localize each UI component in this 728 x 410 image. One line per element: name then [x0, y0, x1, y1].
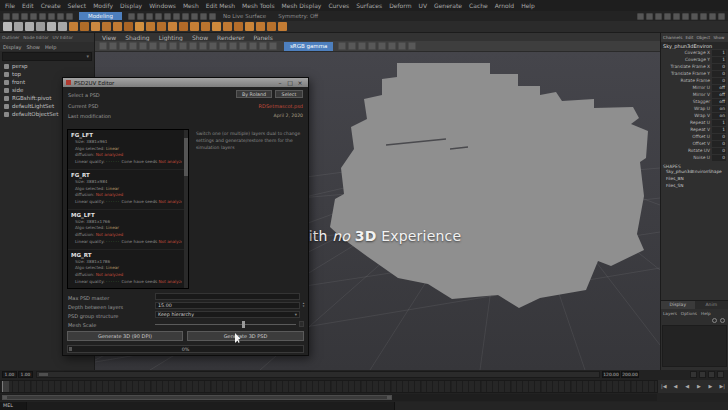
- channel-row-coverage-y[interactable]: Coverage Y1: [661, 56, 728, 63]
- depth-of-field-icon[interactable]: [398, 42, 406, 50]
- poly-prism-icon[interactable]: [168, 22, 177, 31]
- channel-value-field[interactable]: 0: [712, 148, 726, 154]
- menu-mesh-display[interactable]: Mesh Display: [282, 2, 322, 9]
- channel-box-menu-object[interactable]: Object: [696, 35, 710, 40]
- menu-cache[interactable]: Cache: [469, 2, 488, 9]
- poly-pyramid-icon[interactable]: [157, 22, 166, 31]
- current-frame-marker[interactable]: [2, 381, 9, 392]
- ipr-render-icon[interactable]: [173, 13, 180, 20]
- command-line-mode[interactable]: MEL: [0, 402, 26, 410]
- animation-preferences-icon[interactable]: [699, 371, 706, 378]
- channel-box-menu-channels[interactable]: Channels: [663, 35, 682, 40]
- outliner-item-persp[interactable]: persp: [0, 62, 94, 70]
- open-scene-icon[interactable]: [12, 13, 19, 20]
- range-slider-right-handle[interactable]: [387, 396, 391, 399]
- channel-row-coverage-x[interactable]: Coverage X1: [661, 49, 728, 56]
- undo-icon[interactable]: [30, 13, 37, 20]
- poly-cylinder-icon[interactable]: [91, 22, 100, 31]
- step-forward-button[interactable]: ▶: [705, 380, 717, 393]
- select-psd-button[interactable]: Select: [275, 90, 303, 98]
- anim-start-field[interactable]: 1.00: [18, 371, 33, 378]
- mute-icon[interactable]: [717, 371, 724, 378]
- spherical-harmonics-icon[interactable]: [234, 22, 243, 31]
- channel-row-offset-u[interactable]: Offset U0: [661, 133, 728, 140]
- resolution-gate-icon[interactable]: [199, 42, 207, 50]
- dialog-titlebar[interactable]: PSD2UV Editor –□×: [63, 78, 308, 87]
- psd-layer-item-mg-rt[interactable]: MG_RTSize: 3881x1786Algo selected: Linea…: [68, 250, 188, 289]
- render-settings-icon[interactable]: [182, 13, 189, 20]
- slider-handle[interactable]: [242, 321, 245, 328]
- safe-title-icon[interactable]: [239, 42, 247, 50]
- channel-row-noise-u[interactable]: Noise U0: [661, 154, 728, 161]
- outliner-menu-show[interactable]: Show: [26, 44, 40, 50]
- text-tool-icon[interactable]: [36, 22, 45, 31]
- channel-box-icon[interactable]: [655, 13, 662, 20]
- menu-select[interactable]: Select: [68, 2, 87, 9]
- layer-visibility-icon[interactable]: [712, 318, 717, 323]
- menu-uv[interactable]: UV: [419, 2, 428, 9]
- mirror-icon[interactable]: [278, 22, 287, 31]
- channel-row-repeat-v[interactable]: Repeat V1: [661, 126, 728, 133]
- color-management-dropdown[interactable]: sRGB gamma: [284, 42, 333, 51]
- psd-layer-item-mg-lft[interactable]: MG_LFTSize: 3881x1766Algo selected: Line…: [68, 210, 188, 250]
- layer-visibility-icon[interactable]: [720, 318, 725, 323]
- light-editor-icon[interactable]: [209, 13, 216, 20]
- gamma-icon[interactable]: [368, 42, 376, 50]
- model-silhouette[interactable]: [330, 63, 648, 308]
- snap-to-plane-icon[interactable]: [128, 13, 135, 20]
- panel-menu-renderer[interactable]: Renderer: [217, 34, 244, 41]
- grid-icon[interactable]: [179, 42, 187, 50]
- menu-generate[interactable]: Generate: [434, 2, 462, 9]
- smooth-tool-icon[interactable]: [267, 22, 276, 31]
- channel-value-field[interactable]: on: [712, 106, 726, 112]
- channel-row-rotate-frame[interactable]: Rotate Frame0: [661, 77, 728, 84]
- channel-row-mirror-v[interactable]: Mirror Voff: [661, 91, 728, 98]
- camera-attributes-icon[interactable]: [119, 42, 127, 50]
- wireframe-icon[interactable]: [249, 42, 257, 50]
- minimize-button[interactable]: –: [275, 78, 285, 87]
- redo-icon[interactable]: [39, 13, 46, 20]
- channel-value-field[interactable]: off: [712, 92, 726, 98]
- channel-value-field[interactable]: 1: [712, 50, 726, 56]
- time-editor-icon[interactable]: [700, 13, 707, 20]
- open-render-view-icon[interactable]: [155, 13, 162, 20]
- command-line-input[interactable]: [26, 402, 394, 410]
- menu-create[interactable]: Create: [41, 2, 61, 9]
- shape-node-sky-phun3denvironshape[interactable]: Sky_phun3dEnvironShape: [661, 169, 728, 176]
- psd-layer-list[interactable]: FG_LFTSize: 3881x961Algo selected: Linea…: [67, 129, 189, 289]
- anim-end-field[interactable]: 120.00: [602, 371, 620, 378]
- shape-node-files-sn[interactable]: Files_SN: [661, 183, 728, 190]
- svg-tool-icon[interactable]: [58, 22, 67, 31]
- menu-windows[interactable]: Windows: [149, 2, 176, 9]
- panel-menu-lighting[interactable]: Lighting: [159, 34, 183, 41]
- channel-row-offset-v[interactable]: Offset V0: [661, 140, 728, 147]
- save-scene-icon[interactable]: [21, 13, 28, 20]
- shape-node-files-bn[interactable]: Files_BN: [661, 176, 728, 183]
- uv-editor-icon[interactable]: [682, 13, 689, 20]
- anti-aliasing-icon[interactable]: [388, 42, 396, 50]
- menu-mesh-tools[interactable]: Mesh Tools: [242, 2, 274, 9]
- bookmark-icon[interactable]: [129, 42, 137, 50]
- max-psd-input[interactable]: [155, 293, 300, 300]
- menu-edit[interactable]: Edit: [22, 2, 34, 9]
- channel-row-stagger[interactable]: Staggeroff: [661, 98, 728, 105]
- slider-value-box[interactable]: [299, 321, 304, 327]
- channel-value-field[interactable]: 0: [712, 155, 726, 161]
- character-controls-icon[interactable]: [673, 13, 680, 20]
- xray-icon[interactable]: [348, 42, 356, 50]
- modeling-toolkit-icon[interactable]: [664, 13, 671, 20]
- outliner-icon[interactable]: [718, 13, 725, 20]
- new-scene-icon[interactable]: [3, 13, 10, 20]
- channel-box-menu-show[interactable]: Show: [713, 35, 724, 40]
- generate-3d-selected-button[interactable]: Generate 3D (90 DPI): [67, 331, 183, 341]
- channel-value-field[interactable]: off: [712, 85, 726, 91]
- two-point-arc-icon[interactable]: [14, 22, 23, 31]
- ambient-occlusion-icon[interactable]: [378, 42, 386, 50]
- outliner-search-field[interactable]: ▾: [2, 52, 92, 61]
- outliner-tab-uv-editor[interactable]: UV Editor: [53, 35, 73, 40]
- poly-helix-icon[interactable]: [190, 22, 199, 31]
- channel-value-field[interactable]: 1: [712, 57, 726, 63]
- layers-tab-anim[interactable]: Anim: [695, 301, 728, 309]
- go-to-start-button[interactable]: |◀: [658, 380, 670, 393]
- field-chart-icon[interactable]: [219, 42, 227, 50]
